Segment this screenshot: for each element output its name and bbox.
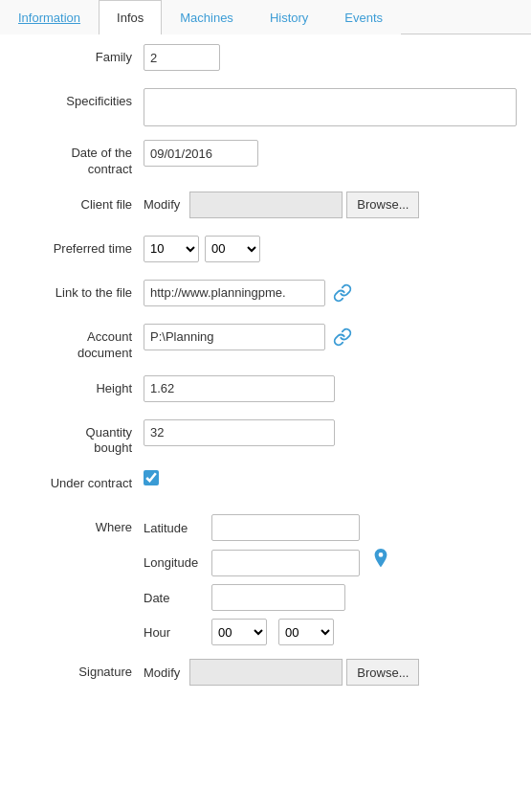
longitude-label: Longitude [144,555,206,570]
tab-machines[interactable]: Machines [162,0,252,34]
where-date-row: Date [144,584,390,611]
signature-control: Modify Browse... [144,659,512,686]
longitude-input[interactable] [211,550,360,576]
date-contract-label: Date of the contract [19,140,144,178]
client-file-label: Client file [19,192,144,214]
specificities-label: Specificities [19,88,144,110]
account-control [144,324,512,350]
height-control [144,375,512,402]
tab-history[interactable]: History [252,0,326,34]
where-date-label: Date [144,591,206,605]
specificities-control [144,88,517,126]
where-hour-label: Hour [144,625,206,640]
form-area: Family Specificities Date of the contrac… [0,34,531,722]
where-row: Where Latitude Longitude [19,514,512,645]
account-label: Account document [19,324,144,362]
client-file-row: Client file Modify Browse... [19,192,512,222]
under-contract-checkbox[interactable] [144,470,159,485]
client-file-modify-label: Modify [144,197,180,212]
preferred-time-control: 10 00 [144,236,512,262]
link-control [144,280,512,306]
where-hour-m-select[interactable]: 00 [278,619,334,645]
where-date-input[interactable] [211,584,345,611]
latitude-row: Latitude [144,514,390,541]
tab-information[interactable]: Information [0,0,99,34]
link-input[interactable] [144,280,325,306]
preferred-time-min-select[interactable]: 00 [205,236,260,262]
quantity-row: Quantity bought [19,419,512,458]
where-hour-row: Hour 00 00 [144,619,390,645]
account-row: Account document [19,324,512,362]
specificities-row: Specificities [19,88,512,126]
link-label: Link to the file [19,280,144,302]
where-control: Latitude Longitude Date [144,514,512,645]
signature-input-box [189,659,343,686]
signature-label: Signature [19,659,144,681]
tabs-bar: Information Infos Machines History Event… [0,0,531,34]
link-icon[interactable] [333,283,352,303]
date-contract-row: Date of the contract [19,140,512,178]
under-contract-label: Under contract [19,470,144,492]
client-file-input-box [189,192,343,218]
height-label: Height [19,375,144,397]
quantity-input[interactable] [144,419,335,446]
tab-events[interactable]: Events [326,0,401,34]
family-input[interactable] [144,44,220,71]
link-row: Link to the file [19,280,512,310]
under-contract-control [144,470,512,485]
specificities-input[interactable] [144,88,517,126]
signature-row: Signature Modify Browse... [19,659,512,689]
date-contract-control [144,140,512,167]
family-label: Family [19,44,144,66]
latitude-label: Latitude [144,521,206,535]
preferred-time-label: Preferred time [19,236,144,258]
height-row: Height [19,375,512,406]
signature-modify-label: Modify [144,665,180,680]
account-link-icon[interactable] [333,327,352,347]
date-contract-input[interactable] [144,140,258,167]
under-contract-row: Under contract [19,470,512,501]
quantity-label: Quantity bought [19,419,144,458]
latitude-input[interactable] [211,514,360,541]
where-hour-h-select[interactable]: 00 [211,619,267,645]
account-input[interactable] [144,324,325,350]
preferred-time-inputs: 10 00 [144,236,260,262]
where-block: Latitude Longitude Date [144,514,390,645]
longitude-row: Longitude [144,549,390,576]
quantity-control [144,419,512,446]
family-row: Family [19,44,512,75]
client-file-browse-button[interactable]: Browse... [346,192,419,218]
preferred-time-hour-select[interactable]: 10 [144,236,199,262]
signature-browse-button[interactable]: Browse... [346,659,419,686]
client-file-wrapper: Modify Browse... [144,192,419,218]
preferred-time-row: Preferred time 10 00 [19,236,512,266]
location-pin-icon[interactable] [371,549,390,576]
signature-wrapper: Modify Browse... [144,659,419,686]
client-file-control: Modify Browse... [144,192,512,218]
tab-infos[interactable]: Infos [99,0,162,34]
where-label: Where [19,514,144,536]
height-input[interactable] [144,375,335,402]
family-control [144,44,512,71]
